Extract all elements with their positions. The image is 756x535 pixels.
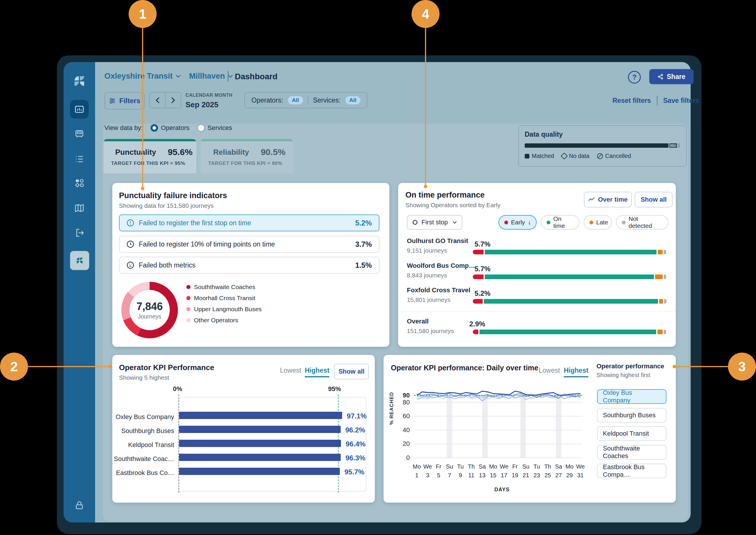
check-circle-icon [208, 148, 209, 156]
view-data-by: View data by: Operators Services [105, 124, 232, 132]
early-dot-icon [504, 221, 508, 224]
legend-dot-icon [186, 296, 191, 300]
share-button[interactable]: Share [649, 69, 694, 84]
toggle-highest[interactable]: Highest [305, 367, 329, 377]
previous-period-button[interactable] [150, 93, 166, 108]
x-tick-day: 25 [545, 472, 551, 478]
row-divider [398, 311, 676, 312]
card-subtitle: Showing Operators sorted by Early [406, 202, 500, 209]
x-tick-day: 31 [577, 472, 584, 478]
toggle-lowest[interactable]: Lowest [280, 367, 301, 375]
punctuality-failure-card: Punctuality failure indicators Showing d… [112, 183, 389, 347]
operator-button-oxley[interactable]: Oxley Bus Company [597, 389, 666, 404]
radio-operators[interactable]: Operators [150, 124, 190, 132]
bus-icon [74, 129, 85, 139]
x-tick-dow: We [424, 463, 432, 470]
otp-bar-segment-late [657, 329, 663, 334]
save-filters-link[interactable]: Save filters [663, 97, 699, 105]
toggle-highest[interactable]: Highest [564, 367, 588, 377]
x-tick-dow: Sa [479, 463, 486, 470]
sidebar-item-list[interactable] [70, 150, 89, 168]
otp-row: Oulhurst GO Transit 9,151 journeys [407, 237, 468, 254]
bar-value: 95.7% [345, 468, 364, 476]
x-tick-dow: Th [468, 463, 474, 470]
otp-row: Woolford Bus Comp… 8,843 journeys [407, 262, 475, 279]
clock-icon [127, 240, 134, 248]
toggle-lowest[interactable]: Lowest [539, 367, 560, 375]
tab-punctuality[interactable]: Punctuality 95.6% TARGET FOR THIS KPI = … [104, 139, 196, 173]
operator-button-eastbrook[interactable]: Eastbrook Bus Compa… [597, 464, 666, 478]
operator-button-souththwaite[interactable]: Souththwaite Coaches [597, 445, 666, 460]
operator-button-keldpool[interactable]: Keldpool Transit [597, 426, 666, 441]
x-tick-dow: Th [544, 463, 551, 470]
late-dot-icon [590, 221, 593, 224]
scope-filter-pill[interactable]: Operators: All Services: All [244, 92, 368, 108]
failure-row-timing-points[interactable]: Failed to register 10% of timing points … [119, 236, 379, 253]
legend-dot-icon [186, 318, 191, 322]
chip-early[interactable]: Early ↓ [499, 215, 537, 230]
sidebar-item-lock[interactable] [70, 496, 89, 515]
operator-button-southburgh[interactable]: Southburgh Buses [597, 408, 666, 423]
chevron-down-icon[interactable] [228, 74, 233, 78]
show-all-button[interactable]: Show all [334, 364, 369, 380]
otp-bar-segment-not-detected [664, 274, 666, 279]
x-tick-dow: Sa [555, 463, 562, 470]
help-button[interactable]: ? [628, 71, 641, 84]
chevron-down-icon[interactable] [176, 74, 181, 78]
y-tick: 0 [396, 454, 410, 462]
stop-type-dropdown[interactable]: First stop [407, 215, 462, 230]
sidebar-item-brand-badge[interactable] [70, 251, 89, 270]
breadcrumb: Oxleyshire Transit Millhaven [105, 72, 233, 81]
card-subtitle: Showing 5 highest [119, 374, 169, 381]
failure-row-first-stop[interactable]: Failed to register the first stop on tim… [119, 214, 379, 231]
reset-filters-link[interactable]: Reset filters [613, 97, 651, 105]
x-tick-dow: Su [522, 463, 529, 470]
share-icon [657, 73, 664, 80]
data-quality-legend: Matched No data Cancelled [525, 153, 631, 159]
weekend-band [482, 395, 488, 458]
tab-target-text: TARGET FOR THIS KPI = 95% [111, 160, 189, 166]
kpi-bar [179, 426, 341, 433]
show-all-button[interactable]: Show all [635, 192, 673, 208]
x-tick-day: 1 [415, 472, 418, 478]
x-tick-day: 9 [459, 472, 462, 478]
on-time-dot-icon [547, 221, 550, 224]
sign-out-icon [74, 228, 85, 238]
map-icon [74, 203, 85, 213]
sidebar-item-dashboard[interactable] [70, 100, 89, 119]
x-tick-dow: Fr [436, 463, 441, 470]
legend-dot-icon [186, 307, 191, 311]
operators-filter-value[interactable]: All [288, 96, 303, 104]
chip-not-detected[interactable]: Not detected [616, 215, 669, 230]
sidebar-item-sign-out[interactable] [70, 223, 89, 242]
radio-services[interactable]: Services [197, 124, 232, 132]
kpi-bar [179, 454, 341, 461]
filter-actions-divider [657, 96, 657, 105]
bar-label: Keldpool Transit [112, 441, 174, 449]
tab-target-text: TARGET FOR THIS KPI = 90% [208, 160, 286, 166]
sidebar-item-categories[interactable] [70, 174, 89, 192]
legend-item-matched: Matched [525, 153, 554, 159]
over-time-button[interactable]: Over time [584, 192, 632, 208]
sidebar-item-map[interactable] [70, 199, 89, 217]
failure-row-both-metrics[interactable]: Failed both metrics 1.5% [119, 257, 379, 274]
chip-on-time[interactable]: On time [541, 215, 580, 230]
filters-button[interactable]: Filters [105, 92, 145, 110]
callout-line-4 [425, 28, 426, 186]
sort-desc-arrow-icon: ↓ [528, 218, 531, 226]
card-title: On time performance [406, 190, 485, 200]
region-selector[interactable]: Millhaven [189, 72, 225, 81]
otp-row-value: 5.2% [474, 289, 491, 297]
card-title: Punctuality failure indicators [119, 191, 227, 200]
sidebar-item-vehicles[interactable] [70, 125, 89, 143]
next-period-button[interactable] [166, 93, 181, 108]
chip-late[interactable]: Late [584, 215, 612, 230]
org-selector[interactable]: Oxleyshire Transit [105, 72, 173, 81]
otp-row-value: 5.7% [474, 265, 491, 273]
journeys-donut-chart: 7,846 Journeys [121, 282, 178, 338]
not-detected-dot-icon [622, 221, 626, 224]
x-tick-day: 19 [512, 472, 518, 478]
services-filter-value[interactable]: All [345, 96, 360, 104]
tab-reliability[interactable]: Reliability 90.5% TARGET FOR THIS KPI = … [201, 139, 293, 173]
callout-badge-2: 2 [0, 352, 28, 380]
